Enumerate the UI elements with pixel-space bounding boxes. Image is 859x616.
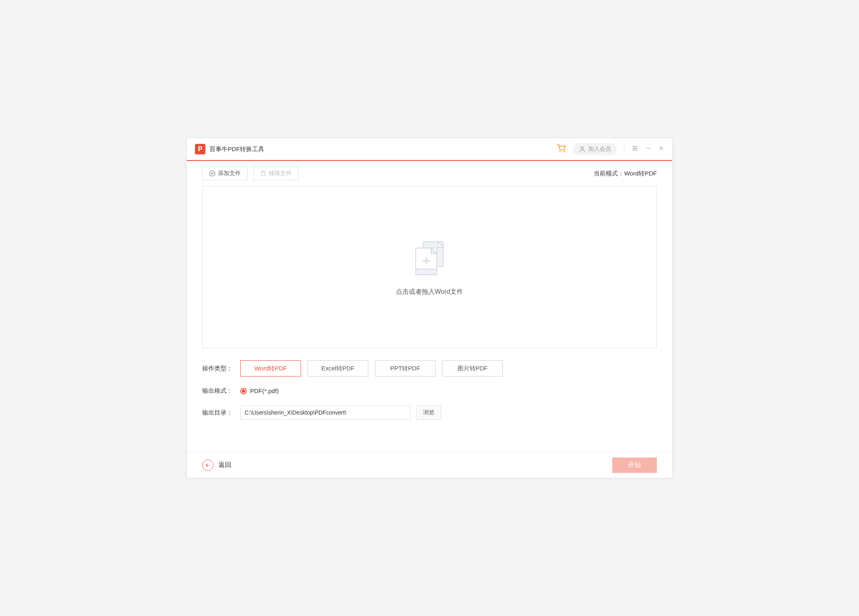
output-dir-input[interactable]: [240, 405, 410, 420]
user-icon: [579, 145, 586, 153]
back-button[interactable]: 返回: [202, 460, 231, 471]
documents-icon: [409, 238, 450, 279]
app-window: P 百事牛PDF转换工具 加入会员: [186, 138, 673, 478]
tab-image-to-pdf[interactable]: 图片转PDF: [442, 360, 503, 376]
output-format-label: 输出格式：: [202, 387, 240, 395]
svg-rect-15: [416, 269, 437, 275]
radio-icon: [240, 388, 247, 394]
remove-file-label: 移除文件: [269, 170, 292, 177]
start-button[interactable]: 开始: [612, 458, 657, 473]
footer: 返回 开始: [187, 452, 672, 478]
plus-circle-icon: [209, 170, 216, 177]
svg-point-0: [560, 151, 560, 152]
minimize-icon[interactable]: [645, 145, 651, 153]
conversion-tabs: Word转PDF Excel转PDF PPT转PDF 图片转PDF: [240, 360, 503, 376]
app-title: 百事牛PDF转换工具: [209, 145, 264, 153]
arrow-left-icon: [202, 460, 214, 471]
svg-point-1: [564, 151, 564, 152]
output-format-row: 输出格式： PDF(*.pdf): [202, 387, 657, 395]
mode-value: Word转PDF: [624, 170, 657, 177]
titlebar-right: 加入会员: [557, 143, 664, 155]
output-dir-label: 输出目录：: [202, 409, 240, 417]
options-panel: 操作类型： Word转PDF Excel转PDF PPT转PDF 图片转PDF …: [187, 348, 672, 420]
titlebar: P 百事牛PDF转换工具 加入会员: [187, 138, 672, 161]
svg-point-2: [581, 147, 583, 149]
toolbar: 添加文件 移除文件 当前模式：Word转PDF: [187, 161, 672, 180]
cart-icon[interactable]: [557, 144, 566, 154]
window-controls: [632, 145, 664, 153]
join-member-button[interactable]: 加入会员: [573, 143, 617, 155]
close-icon[interactable]: [658, 145, 664, 153]
tab-word-to-pdf[interactable]: Word转PDF: [240, 360, 301, 376]
current-mode: 当前模式：Word转PDF: [594, 170, 657, 178]
mode-prefix: 当前模式：: [594, 170, 624, 177]
remove-file-button[interactable]: 移除文件: [253, 167, 299, 180]
divider: [624, 145, 624, 153]
operation-type-row: 操作类型： Word转PDF Excel转PDF PPT转PDF 图片转PDF: [202, 360, 657, 376]
add-file-label: 添加文件: [218, 170, 241, 177]
menu-icon[interactable]: [632, 145, 638, 153]
output-dir-row: 输出目录： 浏览: [202, 405, 657, 420]
tab-ppt-to-pdf[interactable]: PPT转PDF: [375, 360, 436, 376]
back-label: 返回: [218, 461, 231, 469]
tab-excel-to-pdf[interactable]: Excel转PDF: [308, 360, 368, 376]
output-format-radio[interactable]: PDF(*.pdf): [240, 387, 279, 394]
dropzone-hint: 点击或者拖入Word文件: [396, 288, 463, 296]
file-dropzone[interactable]: 点击或者拖入Word文件: [202, 186, 657, 348]
app-logo-icon: P: [195, 144, 205, 154]
browse-button[interactable]: 浏览: [416, 405, 441, 420]
add-file-button[interactable]: 添加文件: [202, 167, 248, 180]
op-type-label: 操作类型：: [202, 365, 240, 372]
svg-rect-12: [262, 172, 265, 175]
trash-icon: [260, 170, 267, 177]
member-label: 加入会员: [588, 145, 611, 153]
output-format-value: PDF(*.pdf): [250, 387, 279, 394]
